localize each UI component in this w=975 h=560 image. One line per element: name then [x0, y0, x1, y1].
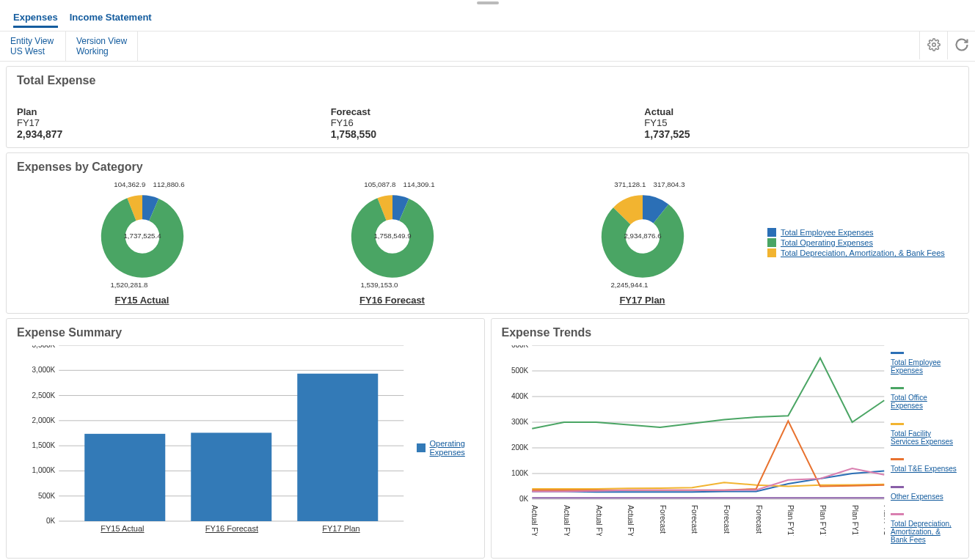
svg-text:300K: 300K [511, 418, 528, 426]
svg-text:1,500K: 1,500K [32, 441, 56, 449]
legend-swatch [891, 486, 904, 488]
expense-trends-title: Expense Trends [502, 326, 959, 339]
pov-entity-value: US West [10, 46, 55, 56]
pov-version-label: Version View [76, 36, 127, 46]
donut-chart[interactable]: 2,934,876.6371,128.1317,804.32,245,944.1… [517, 180, 767, 306]
expenses-by-category-title: Expenses by Category [17, 161, 958, 174]
svg-text:114,309.1: 114,309.1 [403, 180, 434, 188]
legend-label: Total Operating Expenses [781, 238, 873, 247]
line-chart-area[interactable]: 0K100K200K300K400K500K600KActual FY15 Q1… [502, 345, 885, 550]
svg-text:0K: 0K [519, 495, 529, 503]
svg-text:400K: 400K [511, 392, 528, 400]
donut-chart[interactable]: 1,737,525.4104,362.9112,880.61,520,281.8… [17, 180, 267, 306]
svg-text:2,934,876.6: 2,934,876.6 [624, 232, 661, 240]
pov-entity[interactable]: Entity View US West [0, 32, 66, 61]
total-expense-item: ActualFY151,737,525 [644, 106, 958, 140]
tab-expenses[interactable]: Expenses [13, 9, 58, 28]
expense-summary-title: Expense Summary [17, 326, 474, 339]
expense-trends-card: Expense Trends 0K100K200K300K400K500K600… [491, 318, 970, 559]
svg-text:Actual FY15 Q3: Actual FY15 Q3 [594, 505, 602, 536]
legend-swatch [891, 352, 904, 354]
svg-text:1,539,153.0: 1,539,153.0 [360, 281, 398, 289]
total-expense-title: Total Expense [17, 74, 958, 87]
legend-swatch [767, 248, 776, 257]
svg-point-0 [932, 43, 935, 46]
donut-title: FY16 Forecast [359, 295, 425, 306]
svg-text:1,758,549.9: 1,758,549.9 [373, 232, 411, 240]
legend-item[interactable]: Total Employee Expenses [767, 228, 958, 237]
refresh-icon [954, 37, 969, 54]
svg-text:371,128.1: 371,128.1 [614, 180, 646, 188]
svg-text:317,804.3: 317,804.3 [653, 180, 684, 188]
legend-item[interactable]: Total Office Expenses [891, 387, 958, 410]
bar-legend[interactable]: Operating Expenses [409, 439, 474, 457]
metric-fy: FY17 [17, 117, 331, 128]
svg-text:1,520,281.8: 1,520,281.8 [110, 281, 147, 289]
pov-version-value: Working [76, 46, 127, 56]
svg-text:105,087.8: 105,087.8 [364, 180, 395, 188]
svg-text:200K: 200K [511, 443, 528, 452]
legend-swatch [891, 387, 904, 389]
donut-title: FY15 Actual [115, 295, 169, 306]
metric-fy: FY16 [331, 117, 645, 128]
svg-text:Forecast FY16 Q2: Forecast FY16 Q2 [690, 505, 698, 536]
svg-text:500K: 500K [38, 492, 56, 500]
total-expense-item: ForecastFY161,758,550 [331, 106, 645, 140]
legend-swatch [891, 423, 904, 425]
total-expense-item: PlanFY172,934,877 [17, 106, 331, 140]
legend-label: Total Depreciation, Amortization, & Bank… [781, 248, 945, 257]
legend-swatch [891, 458, 904, 460]
legend-label: Total Employee Expenses [781, 228, 874, 237]
bar-chart-area[interactable]: 0K500K1,000K1,500K2,000K2,500K3,000K3,50… [17, 345, 409, 550]
svg-rect-30 [191, 432, 271, 521]
legend-item[interactable]: Other Expenses [891, 486, 958, 501]
svg-text:Plan FY17 Q3: Plan FY17 Q3 [850, 505, 858, 536]
metric-label: Actual [644, 106, 958, 117]
svg-text:104,362.9: 104,362.9 [114, 180, 145, 188]
donut-chart[interactable]: 1,758,549.9105,087.8114,309.11,539,153.0… [267, 180, 517, 306]
metric-label: Plan [17, 106, 331, 117]
metric-fy: FY15 [644, 117, 958, 128]
settings-button[interactable] [919, 32, 947, 59]
pov-version[interactable]: Version View Working [66, 32, 138, 61]
refresh-button[interactable] [947, 32, 975, 59]
legend-item[interactable]: Total Facility Services Expenses [891, 423, 958, 446]
drag-handle[interactable] [0, 0, 975, 6]
svg-text:2,245,944.1: 2,245,944.1 [610, 281, 648, 289]
legend-label: Total Employee Expenses [891, 358, 958, 375]
legend-item[interactable]: Total Operating Expenses [767, 238, 958, 247]
legend-item[interactable]: Total Depreciation, Amortization, & Bank… [767, 248, 958, 257]
legend-item[interactable]: Total Employee Expenses [891, 352, 958, 375]
line-legend: Total Employee ExpensesTotal Office Expe… [885, 345, 958, 550]
svg-text:Forecast FY16 Q4: Forecast FY16 Q4 [754, 505, 762, 536]
svg-text:Plan FY17 Q4: Plan FY17 Q4 [883, 505, 885, 536]
donut-legend: Total Employee ExpensesTotal Operating E… [767, 226, 958, 259]
expense-summary-card: Expense Summary 0K500K1,000K1,500K2,000K… [6, 318, 485, 559]
legend-item[interactable]: Total T&E Expenses [891, 458, 958, 473]
legend-swatch [891, 513, 904, 515]
legend-label: Operating Expenses [430, 439, 474, 457]
pov-bar: Entity View US West Version View Working [0, 32, 975, 62]
pov-entity-label: Entity View [10, 36, 55, 46]
svg-text:Actual FY15 Q2: Actual FY15 Q2 [562, 505, 570, 536]
svg-text:1,000K: 1,000K [32, 466, 56, 474]
tabs: Expenses Income Statement [0, 6, 975, 32]
tab-income-statement[interactable]: Income Statement [70, 9, 152, 28]
svg-text:3,000K: 3,000K [32, 366, 56, 374]
legend-label: Total Facility Services Expenses [891, 430, 958, 446]
bar-x-label: FY16 Forecast [205, 524, 258, 533]
legend-label: Other Expenses [891, 493, 943, 501]
svg-text:Plan FY17 Q1: Plan FY17 Q1 [786, 505, 795, 536]
bar-x-label: FY17 Plan [322, 524, 359, 533]
svg-text:3,500K: 3,500K [32, 345, 56, 349]
svg-text:Actual FY15 Q1: Actual FY15 Q1 [530, 505, 538, 536]
svg-text:600K: 600K [511, 345, 528, 349]
svg-text:1,737,525.4: 1,737,525.4 [123, 232, 161, 240]
legend-swatch [767, 238, 776, 247]
legend-label: Total T&E Expenses [891, 465, 957, 473]
legend-swatch [417, 443, 426, 452]
legend-swatch [767, 228, 776, 237]
metric-value: 2,934,877 [17, 128, 331, 140]
metric-value: 1,737,525 [644, 128, 958, 140]
legend-item[interactable]: Total Depreciation, Amortization, & Bank… [891, 513, 958, 544]
